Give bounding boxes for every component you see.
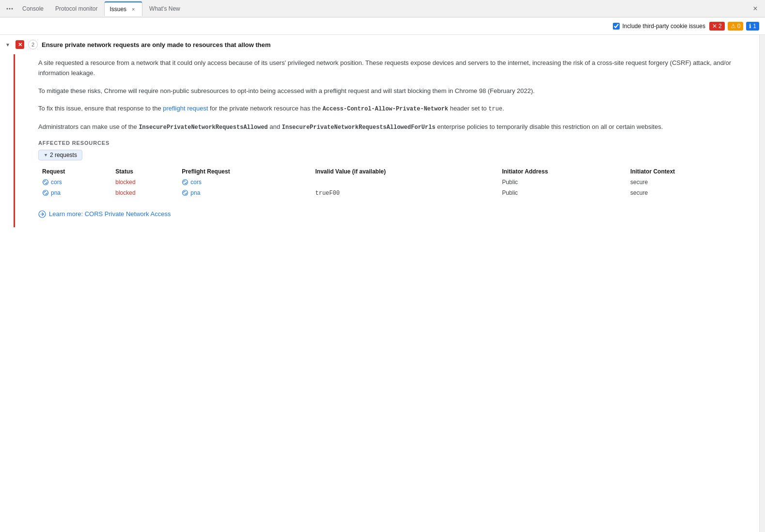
resources-table: Request Status Preflight Request Invalid… xyxy=(38,166,751,199)
toolbar: Include third-party cookie issues ✕ 2 ⚠ … xyxy=(0,17,765,35)
issue-header-row[interactable]: ▼ ✕ 2 Ensure private network requests ar… xyxy=(0,35,759,54)
preflight-pna-link[interactable]: pna xyxy=(182,189,307,196)
svg-point-0 xyxy=(7,8,8,9)
request-cors-text: cors xyxy=(51,179,62,186)
learn-more-section: Learn more: CORS Private Network Access xyxy=(38,206,751,219)
tab-issues-label: Issues xyxy=(109,6,126,13)
initiator-address-pna: Public xyxy=(498,188,626,199)
issue-body: A site requested a resource from a netwo… xyxy=(14,54,759,227)
issue-admin-paragraph: Administrators can make use of the Insec… xyxy=(38,122,751,132)
learn-more-link[interactable]: Learn more: CORS Private Network Access xyxy=(38,210,171,218)
issue-paragraph-1: A site requested a resource from a netwo… xyxy=(38,58,751,78)
svg-point-4 xyxy=(183,179,188,185)
request-pna-text: pna xyxy=(51,189,61,196)
tab-protocol-monitor-label: Protocol monitor xyxy=(55,5,97,12)
error-count-badge: ✕ 2 xyxy=(709,22,725,31)
svg-point-2 xyxy=(12,8,13,9)
request-cors-icon xyxy=(42,179,49,186)
requests-toggle[interactable]: ▼ 2 requests xyxy=(38,150,82,160)
error-icon: ✕ xyxy=(712,23,717,30)
info-count: 1 xyxy=(753,23,756,30)
warning-count: 0 xyxy=(737,23,741,30)
preflight-cors-link[interactable]: cors xyxy=(182,179,307,186)
preflight-cors-icon xyxy=(182,179,188,186)
access-control-header-code: Access-Control-Allow-Private-Network xyxy=(323,106,448,112)
info-count-badge: ℹ 1 xyxy=(746,22,759,31)
issue-fix-paragraph: To fix this issue, ensure that response … xyxy=(38,104,751,114)
tab-protocol-monitor[interactable]: Protocol monitor xyxy=(50,1,102,16)
issue-paragraph-2: To mitigate these risks, Chrome will req… xyxy=(38,86,751,96)
scrollbar-track[interactable] xyxy=(759,35,765,532)
admin-code1: InsecurePrivateNetworkRequestsAllowed xyxy=(139,124,267,131)
issue-chevron-icon: ▼ xyxy=(4,41,12,48)
warning-count-badge: ⚠ 0 xyxy=(728,22,744,31)
requests-toggle-label: 2 requests xyxy=(50,152,77,158)
issue-count: 2 xyxy=(31,42,34,47)
invalid-value-pna-code: trueF00 xyxy=(315,190,340,197)
tab-console-label: Console xyxy=(22,5,44,12)
col-invalid-value: Invalid Value (if available) xyxy=(312,166,498,177)
request-pna-link[interactable]: pna xyxy=(42,189,108,196)
preflight-cors-text: cors xyxy=(190,179,202,186)
initiator-address-cors: Public xyxy=(498,177,626,188)
warning-icon: ⚠ xyxy=(731,23,736,30)
issue-count-circle: 2 xyxy=(28,40,38,49)
tab-bar: Console Protocol monitor Issues × What's… xyxy=(0,0,765,17)
request-cell-pna: pna xyxy=(38,188,111,199)
svg-point-5 xyxy=(43,190,48,196)
table-header-row: Request Status Preflight Request Invalid… xyxy=(38,166,751,177)
true-code: true xyxy=(488,106,502,112)
error-count: 2 xyxy=(718,23,722,30)
requests-chevron-icon: ▼ xyxy=(44,153,48,157)
affected-resources-label: AFFECTED RESOURCES xyxy=(38,140,751,146)
tab-console[interactable]: Console xyxy=(17,1,48,16)
tab-whats-new-label: What's New xyxy=(149,5,180,12)
issue-error-badge: ✕ xyxy=(16,40,24,49)
learn-more-text: Learn more: CORS Private Network Access xyxy=(49,210,171,218)
preflight-cell-cors: cors xyxy=(178,177,311,188)
invalid-value-cors xyxy=(312,177,498,188)
svg-point-3 xyxy=(43,179,48,185)
issue-title: Ensure private network requests are only… xyxy=(42,41,270,48)
preflight-pna-text: pna xyxy=(190,189,200,196)
col-initiator-address: Initiator Address xyxy=(498,166,626,177)
invalid-value-pna: trueF00 xyxy=(312,188,498,199)
request-cors-link[interactable]: cors xyxy=(42,179,108,186)
tab-whats-new[interactable]: What's New xyxy=(144,1,185,16)
admin-code2: InsecurePrivateNetworkRequestsAllowedFor… xyxy=(282,124,436,131)
main-content: ▼ ✕ 2 Ensure private network requests ar… xyxy=(0,35,765,532)
svg-point-1 xyxy=(9,8,11,9)
status-cell-cors: blocked xyxy=(111,177,178,188)
status-cell-pna: blocked xyxy=(111,188,178,199)
third-party-cookie-checkbox[interactable] xyxy=(613,23,620,30)
initiator-context-pna: secure xyxy=(626,188,751,199)
request-cell-cors: cors xyxy=(38,177,111,188)
devtools-menu-icon[interactable] xyxy=(4,3,16,15)
status-blocked-cors: blocked xyxy=(115,179,135,186)
learn-more-arrow-icon xyxy=(38,210,46,218)
devtools-close-button[interactable]: × xyxy=(749,3,761,15)
status-blocked-pna: blocked xyxy=(115,189,135,196)
table-row: cors blocked xyxy=(38,177,751,188)
col-request: Request xyxy=(38,166,111,177)
preflight-cell-pna: pna xyxy=(178,188,311,199)
tab-issues[interactable]: Issues × xyxy=(104,1,142,16)
tab-issues-close[interactable]: × xyxy=(129,5,137,13)
request-pna-icon xyxy=(42,189,49,196)
third-party-cookie-text: Include third-party cookie issues xyxy=(623,23,705,30)
preflight-request-link[interactable]: preflight request xyxy=(163,105,208,112)
col-status: Status xyxy=(111,166,178,177)
issues-panel[interactable]: ▼ ✕ 2 Ensure private network requests ar… xyxy=(0,35,759,532)
initiator-context-cors: secure xyxy=(626,177,751,188)
col-initiator-context: Initiator Context xyxy=(626,166,751,177)
svg-point-6 xyxy=(183,190,188,196)
issue-counts: ✕ 2 ⚠ 0 ℹ 1 xyxy=(709,22,759,31)
table-row: pna blocked xyxy=(38,188,751,199)
issue-error-icon: ✕ xyxy=(18,42,22,48)
col-preflight: Preflight Request xyxy=(178,166,311,177)
preflight-pna-icon xyxy=(182,189,188,196)
third-party-cookie-label[interactable]: Include third-party cookie issues xyxy=(613,23,705,30)
info-icon: ℹ xyxy=(749,23,751,30)
